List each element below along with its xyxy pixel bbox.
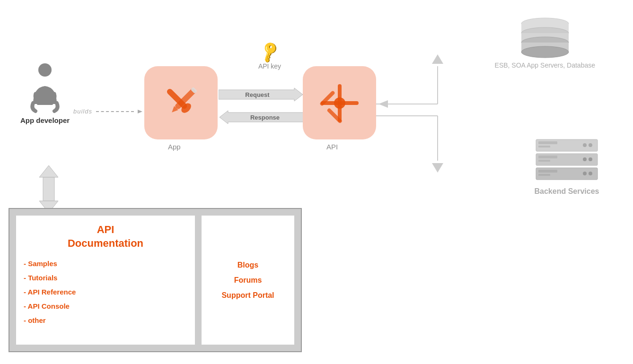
request-arrow: Request (219, 87, 304, 102)
svg-rect-45 (536, 168, 598, 180)
svg-marker-23 (432, 54, 443, 64)
svg-text:Request: Request (245, 91, 270, 98)
list-item: - API Reference (24, 285, 187, 299)
svg-rect-35 (536, 139, 598, 151)
community-box: Blogs Forums Support Portal (201, 215, 295, 346)
list-item: - Tutorials (24, 271, 187, 285)
api-box (303, 66, 376, 139)
svg-rect-41 (538, 156, 557, 158)
server-icon (531, 137, 602, 184)
api-docs-list: - Samples - Tutorials - API Reference - … (24, 257, 187, 328)
svg-rect-51 (43, 177, 54, 201)
api-docs-box: API Documentation - Samples - Tutorials … (15, 215, 196, 346)
svg-point-48 (589, 172, 592, 175)
list-item: - other (24, 313, 187, 328)
builds-arrow: builds (73, 108, 143, 115)
list-item: Blogs (221, 258, 274, 273)
svg-marker-27 (378, 100, 388, 108)
svg-rect-18 (340, 101, 359, 105)
svg-rect-15 (338, 84, 342, 103)
svg-rect-36 (538, 141, 557, 144)
app-tools-icon (158, 79, 205, 127)
svg-rect-37 (538, 146, 550, 147)
list-item: - Samples (24, 257, 187, 271)
app-box (144, 66, 218, 139)
svg-rect-47 (538, 174, 550, 176)
svg-rect-46 (538, 170, 557, 173)
svg-marker-4 (138, 110, 142, 113)
app-developer-label: App developer (20, 116, 70, 124)
api-key-label: API key (258, 62, 281, 70)
api-docs-title: API Documentation (24, 223, 187, 250)
list-item: Forums (221, 273, 274, 288)
api-label: API (326, 143, 338, 151)
svg-point-39 (583, 143, 587, 147)
builds-text: builds (73, 108, 92, 115)
esb-label: ESB, SOA App Servers, Database (495, 61, 595, 70)
response-arrow-row: Response (219, 110, 304, 124)
response-arrow: Response (219, 110, 304, 125)
svg-text:Response: Response (250, 114, 280, 121)
dashed-line (96, 111, 134, 112)
community-content: Blogs Forums Support Portal (221, 258, 274, 303)
svg-rect-40 (536, 154, 598, 165)
svg-point-44 (583, 157, 587, 161)
double-arrow-icon (35, 163, 63, 215)
backend-label: Backend Services (535, 187, 599, 196)
person-icon (24, 61, 66, 113)
database-icon (514, 17, 576, 59)
api-key-area: 🔑 API key (232, 43, 308, 70)
api-connector-icon (316, 79, 363, 127)
app-developer-section: App developer (14, 61, 76, 124)
svg-point-43 (589, 157, 592, 161)
app-label: App (168, 143, 181, 151)
key-icon: 🔑 (257, 39, 282, 64)
esb-database-group: ESB, SOA App Servers, Database (495, 17, 595, 70)
svg-point-34 (521, 46, 569, 58)
diagram-container: App developer builds App 🔑 API (0, 0, 633, 364)
svg-rect-42 (538, 160, 550, 162)
svg-point-49 (583, 172, 587, 175)
svg-marker-50 (39, 165, 58, 177)
svg-marker-26 (432, 163, 443, 173)
list-item: Support Portal (221, 288, 274, 303)
request-arrow-row: Request (219, 87, 304, 102)
svg-point-0 (38, 63, 52, 77)
arrows-area: Request Response (219, 87, 304, 124)
list-item: - API Console (24, 299, 187, 313)
developer-portal: API Documentation - Samples - Tutorials … (9, 208, 302, 352)
svg-point-38 (589, 143, 592, 147)
arrow-head (138, 109, 143, 114)
backend-services-group: Backend Services (531, 137, 602, 196)
